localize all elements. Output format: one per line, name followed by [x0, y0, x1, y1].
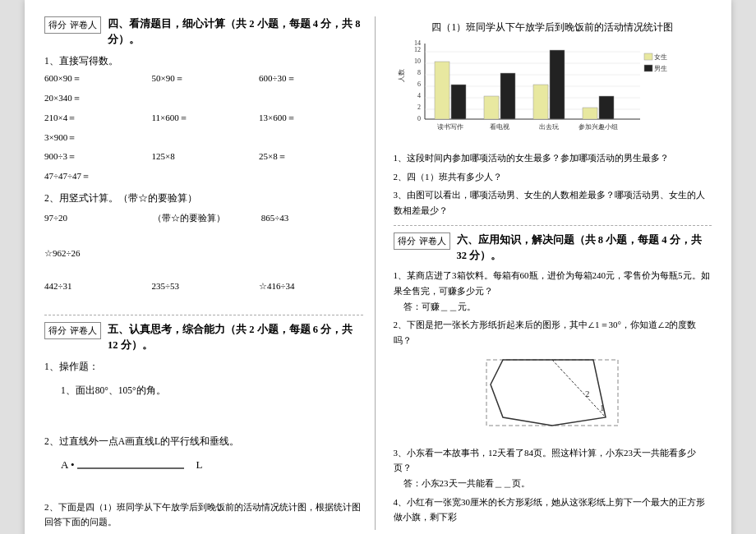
calc-item: [259, 90, 363, 107]
calc-item: [259, 130, 363, 146]
svg-text:人数: 人数: [398, 69, 405, 82]
svg-rect-20: [500, 73, 515, 119]
review-label-4: 评卷人: [70, 19, 97, 31]
svg-rect-30: [644, 53, 652, 60]
svg-rect-19: [484, 96, 499, 119]
svg-rect-32: [644, 65, 652, 71]
calc-item: 900÷3＝: [44, 149, 149, 165]
score-box-5: 得分 评卷人: [44, 322, 101, 339]
vertical-calc-row1: 97÷20 （带☆的要验算） 865÷43: [44, 210, 363, 227]
chart-questions: 1、这段时间内参加哪项活动的女生最多？参加哪项活动的男生最多？ 2、四（1）班共…: [394, 150, 712, 219]
s6-q1-ans: 答：可赚＿＿元。: [403, 299, 712, 315]
divider2: [394, 225, 712, 226]
calc-item: 13×600＝: [259, 110, 363, 127]
svg-text:读书写作: 读书写作: [437, 123, 463, 131]
bar-chart-svg: 0 2 4 6 8 10 12 14: [394, 37, 673, 144]
svg-rect-23: [583, 108, 597, 119]
calc-item: 600×90＝: [44, 71, 149, 87]
section5-title: 五、认真思考，综合能力（共 2 小题，每题 6 分，共 12 分）。: [108, 322, 363, 353]
vert-item: ☆962÷26: [44, 246, 149, 262]
line-svg: [77, 457, 192, 473]
svg-line-36: [552, 360, 606, 417]
section6-content: 1、某商店进了3箱饮料。每箱有60瓶，进价为每箱240元，零售价为每瓶5元。如果…: [394, 268, 712, 525]
vert-item: ☆416÷34: [259, 279, 363, 295]
q2-label: 2、用竖式计算。（带☆的要验算）: [44, 190, 363, 207]
draw-space: [44, 403, 363, 428]
calc-item: 50×90＝: [152, 71, 256, 87]
s6-q1: 1、某商店进了3箱饮料。每箱有60瓶，进价为每箱240元，零售价为每瓶5元。如果…: [394, 268, 712, 298]
right-column: 四（1）班同学从下午放学后到晚饭前的活动情况统计图 0 2 4 6 8 10 1…: [389, 16, 712, 530]
main-content: 得分 评卷人 四、看清题目，细心计算（共 2 小题，每题 4 分，共 8 分）。…: [44, 16, 712, 530]
calc-item: [152, 90, 256, 107]
vert-item: 235÷53: [152, 279, 256, 295]
calc-item: [152, 168, 256, 185]
s6-q3-ans: 答：小东23天一共能看＿＿页。: [403, 476, 712, 491]
score-label-5: 得分: [48, 325, 67, 337]
calc-item: 47÷47÷47＝: [44, 168, 149, 185]
left-column: 得分 评卷人 四、看清题目，细心计算（共 2 小题，每题 4 分，共 8 分）。…: [44, 16, 376, 530]
svg-text:0: 0: [417, 115, 421, 122]
score-label-6: 得分: [398, 235, 416, 247]
chart-q3: 3、由图可以看出，哪项活动男、女生的人数相差最多？哪项活动男、女生的人数相差最少…: [394, 187, 712, 218]
s5-q3: 2、下面是四（1）班同学从下午放学后到晚饭前的活动情况统计图，根据统计图回答下面…: [44, 500, 363, 529]
section6-title: 六、应用知识，解决问题（共 8 小题，每题 4 分，共 32 分）。: [457, 232, 712, 264]
svg-text:出去玩: 出去玩: [539, 123, 559, 131]
vert-item: （带☆的要验算）: [153, 210, 255, 227]
calc-item: 600÷30＝: [259, 71, 363, 87]
vert-item: [152, 246, 256, 262]
vert-item: 865÷43: [261, 210, 363, 227]
vert-item: [259, 246, 363, 262]
calc-row2: 210×4＝ 11×600＝ 13×600＝: [44, 110, 363, 127]
calc-row3: 900÷3＝ 125×8 25×8＝: [44, 149, 363, 165]
svg-text:2: 2: [417, 104, 421, 111]
svg-text:2: 2: [585, 389, 590, 398]
svg-text:男生: 男生: [654, 65, 667, 72]
vert-item: 442÷31: [44, 279, 149, 295]
s6-q3: 3、小东看一本故事书，12天看了84页。照这样计算，小东23天一共能看多少页？: [394, 445, 712, 476]
svg-rect-34: [486, 360, 618, 426]
calc-row1b: 20×340＝: [44, 90, 363, 107]
svg-text:参加兴趣小组: 参加兴趣小组: [579, 123, 618, 131]
svg-text:1: 1: [600, 403, 605, 412]
chart-q1: 1、这段时间内参加哪项活动的女生最多？参加哪项活动的男生最多？: [394, 150, 712, 166]
s6-q4: 4、小红有一张宽30厘米的长方形彩纸，她从这张彩纸上剪下一个最大的正方形做小旗，…: [394, 495, 712, 525]
vertical-calc-row3: 442÷31 235÷53 ☆416÷34: [44, 279, 363, 295]
score-box-4: 得分 评卷人: [44, 16, 101, 34]
chart-container: 四（1）班同学从下午放学后到晚饭前的活动情况统计图 0 2 4 6 8 10 1…: [394, 21, 712, 144]
s5-q1-label: 1、操作题：: [44, 358, 363, 375]
section4-header: 得分 评卷人 四、看清题目，细心计算（共 2 小题，每题 4 分，共 8 分）。: [44, 16, 363, 48]
section6-header: 得分 评卷人 六、应用知识，解决问题（共 8 小题，每题 4 分，共 32 分）…: [394, 232, 712, 264]
s5-q1-sub: 1、面出80°、105°的角。: [61, 381, 363, 400]
svg-text:4: 4: [417, 92, 421, 99]
svg-text:14: 14: [414, 39, 421, 47]
section4-title: 四、看清题目，细心计算（共 2 小题，每题 4 分，共 8 分）。: [108, 16, 363, 48]
svg-rect-21: [533, 85, 548, 119]
calc-row2b: 3×900＝: [44, 130, 363, 146]
vert-item: 97÷20: [44, 210, 146, 227]
svg-text:6: 6: [417, 81, 421, 88]
calc-item: 125×8: [152, 149, 256, 165]
svg-text:看电视: 看电视: [490, 123, 509, 131]
svg-rect-22: [550, 50, 565, 119]
calc-item: [152, 130, 256, 146]
calc-row1: 600×90＝ 50×90＝ 600÷30＝: [44, 71, 363, 87]
review-label-5: 评卷人: [70, 325, 97, 337]
section4-content: 1、直接写得数。 600×90＝ 50×90＝ 600÷30＝ 20×340＝ …: [44, 53, 363, 296]
calc-item: 25×8＝: [259, 149, 363, 165]
point-a: A •: [61, 455, 74, 474]
svg-text:女生: 女生: [654, 53, 667, 61]
s6-q2: 2、下图是把一张长方形纸折起来后的图形，其中∠1＝30°，你知道∠2的度数吗？: [394, 317, 712, 348]
line-l: L: [196, 455, 202, 474]
chart-title: 四（1）班同学从下午放学后到晚饭前的活动情况统计图: [394, 21, 712, 34]
section5-content: 1、操作题： 1、面出80°、105°的角。 2、过直线外一点A画直线L的平行线…: [44, 358, 363, 530]
svg-text:10: 10: [414, 58, 421, 65]
calc-item: 20×340＝: [44, 90, 149, 107]
section5-header: 得分 评卷人 五、认真思考，综合能力（共 2 小题，每题 6 分，共 12 分）…: [44, 322, 363, 353]
svg-rect-24: [599, 96, 614, 119]
calc-item: 11×600＝: [152, 110, 256, 127]
s5-q2: 2、过直线外一点A画直线L的平行线和垂线。: [44, 433, 363, 450]
svg-text:8: 8: [417, 69, 421, 76]
calc-item: [259, 168, 363, 185]
calc-item: 3×900＝: [44, 130, 149, 146]
geo-figure: 2 1: [478, 352, 626, 442]
